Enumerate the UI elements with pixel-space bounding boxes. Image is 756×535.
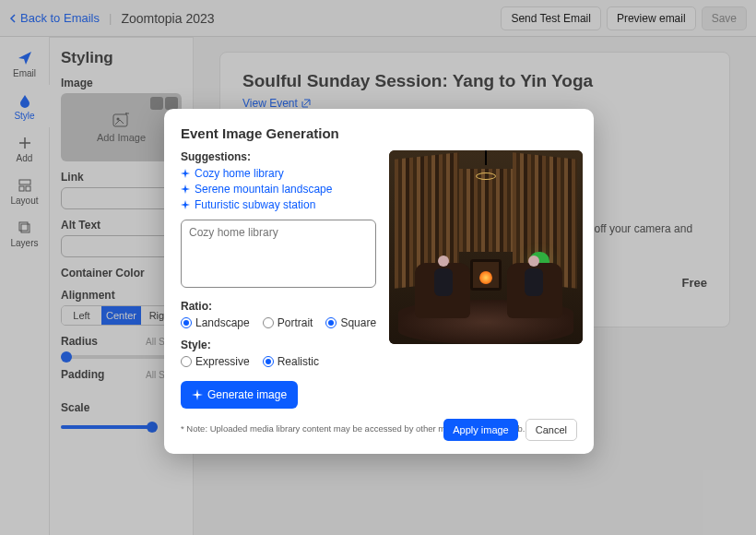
sparkle-icon — [192, 389, 203, 400]
style-expressive[interactable]: Expressive — [181, 355, 250, 368]
suggestion-2[interactable]: Serene mountain landscape — [181, 183, 376, 196]
generated-image-preview — [389, 150, 583, 344]
modal-title: Event Image Generation — [181, 125, 577, 141]
ratio-square[interactable]: Square — [325, 316, 376, 329]
suggestion-1[interactable]: Cozy home library — [181, 167, 376, 180]
suggestions-label: Suggestions: — [181, 150, 376, 163]
sparkle-icon — [181, 200, 190, 209]
prompt-textarea[interactable] — [181, 220, 376, 288]
sparkle-icon — [181, 169, 190, 178]
style-label: Style: — [181, 339, 376, 351]
cancel-button[interactable]: Cancel — [526, 419, 577, 441]
suggestion-3[interactable]: Futuristic subway station — [181, 198, 376, 211]
radio-icon — [181, 317, 192, 328]
event-image-generation-modal: Event Image Generation Suggestions: Cozy… — [164, 109, 594, 454]
radio-icon — [263, 317, 274, 328]
ratio-portrait[interactable]: Portrait — [263, 316, 313, 329]
generate-image-button[interactable]: Generate image — [181, 381, 298, 409]
apply-image-button[interactable]: Apply image — [443, 419, 518, 441]
ratio-label: Ratio: — [181, 300, 376, 313]
radio-icon — [263, 356, 274, 367]
sparkle-icon — [181, 184, 190, 194]
radio-icon — [181, 356, 192, 367]
style-realistic[interactable]: Realistic — [263, 355, 319, 368]
radio-icon — [325, 317, 337, 328]
ratio-landscape[interactable]: Landscape — [181, 316, 250, 329]
